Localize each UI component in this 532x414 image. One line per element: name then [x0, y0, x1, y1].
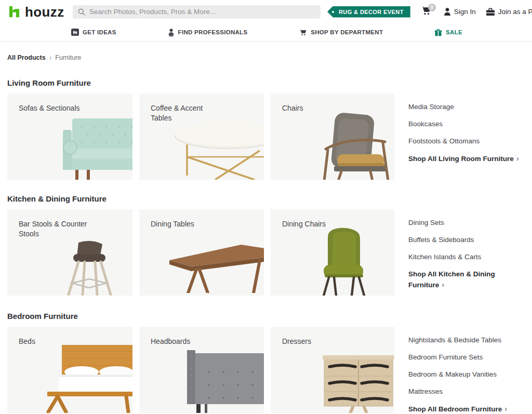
section-bedroom: Bedroom Furniture Beds	[7, 312, 525, 414]
person-icon	[444, 8, 451, 16]
nav-shop-by-department-label: SHOP BY DEPARTMENT	[311, 29, 383, 35]
sofa-image	[55, 118, 132, 180]
section-title: Kitchen & Dining Furniture	[7, 194, 525, 204]
event-badge[interactable]: RUG & DECOR EVENT	[327, 6, 410, 18]
dining-chair-image	[311, 228, 375, 296]
card-title: Chairs	[282, 103, 303, 113]
breadcrumb: All Products › Furniture	[7, 54, 525, 61]
link-bedroom-makeup-vanities[interactable]: Bedroom & Makeup Vanities	[408, 369, 525, 380]
breadcrumb-all-products[interactable]: All Products	[7, 54, 46, 61]
link-nightstands-bedside-tables[interactable]: Nightstands & Bedside Tables	[408, 335, 525, 345]
badge-dot-icon	[332, 11, 334, 13]
bar-stool-image	[61, 241, 119, 296]
card-title: Headboards	[151, 337, 190, 346]
houzz-logo[interactable]: houzz	[7, 5, 65, 19]
nav-sale[interactable]: SALE	[434, 29, 462, 36]
logo-text: houzz	[25, 5, 64, 19]
category-card-sofas-sectionals[interactable]: Sofas & Sectionals	[7, 94, 132, 180]
event-badge-label: RUG & DECOR EVENT	[339, 9, 404, 15]
shop-all-kitchen-dining-link[interactable]: Shop All Kitchen & Dining Furniture›	[408, 269, 525, 290]
link-buffets-sideboards[interactable]: Buffets & Sideboards	[408, 235, 525, 245]
shop-all-bedroom-link[interactable]: Shop All Bedroom Furniture›	[408, 404, 525, 414]
category-card-chairs[interactable]: Chairs	[271, 94, 394, 180]
professional-icon	[168, 29, 175, 36]
section-title: Bedroom Furniture	[7, 312, 525, 321]
category-card-coffee-accent-tables[interactable]: Coffee & Accent Tables	[139, 94, 264, 180]
join-as-pro-button[interactable]: Join as a Pro	[486, 8, 532, 16]
category-card-beds[interactable]: Beds	[7, 327, 132, 413]
cart-icon	[299, 28, 307, 36]
link-bookcases[interactable]: Bookcases	[408, 119, 525, 129]
link-dining-sets[interactable]: Dining Sets	[408, 218, 525, 228]
breadcrumb-furniture: Furniture	[55, 54, 81, 61]
card-title: Coffee & Accent Tables	[151, 103, 222, 123]
link-kitchen-islands-carts[interactable]: Kitchen Islands & Carts	[408, 252, 525, 262]
category-card-headboards[interactable]: Headboards	[139, 327, 264, 413]
cart-count-badge: 0	[428, 4, 436, 11]
shop-all-label: Shop All Bedroom Furniture	[408, 405, 502, 413]
chevron-right-icon: ›	[516, 154, 519, 163]
briefcase-icon	[486, 8, 495, 16]
shop-all-label: Shop All Kitchen & Dining Furniture	[408, 270, 495, 289]
join-as-pro-label: Join as a Pro	[498, 8, 532, 16]
category-card-dressers[interactable]: Dressers	[271, 327, 394, 413]
chevron-right-icon: ›	[442, 280, 444, 289]
card-title: Dressers	[282, 337, 311, 346]
kitchen-dining-links: Dining Sets Buffets & Sideboards Kitchen…	[401, 209, 525, 297]
shop-all-living-room-link[interactable]: Shop All Living Room Furniture›	[408, 153, 525, 164]
coffee-table-image	[171, 122, 264, 180]
houzz-logo-icon	[7, 5, 21, 19]
link-mattresses[interactable]: Mattresses	[408, 386, 525, 397]
shop-all-label: Shop All Living Room Furniture	[408, 155, 514, 163]
link-media-storage[interactable]: Media Storage	[408, 102, 525, 112]
search-icon	[78, 8, 85, 16]
section-living-room: Living Room Furniture Sofas & Sectionals	[7, 78, 525, 180]
main-nav: GET IDEAS FIND PROFESSIONALS SHOP BY DEP…	[0, 23, 532, 42]
section-title: Living Room Furniture	[7, 78, 525, 88]
search-input[interactable]	[73, 5, 321, 19]
dresser-image	[323, 355, 394, 413]
chevron-right-icon: ›	[49, 54, 52, 61]
bedroom-links: Nightstands & Bedside Tables Bedroom Fur…	[401, 327, 525, 414]
headboard-image	[187, 350, 264, 413]
card-title: Sofas & Sectionals	[19, 103, 80, 113]
chevron-right-icon: ›	[504, 404, 507, 413]
category-card-dining-tables[interactable]: Dining Tables	[139, 209, 264, 296]
search-bar	[73, 5, 321, 19]
nav-get-ideas[interactable]: GET IDEAS	[71, 29, 116, 36]
category-page: All Products › Furniture Living Room Fur…	[0, 54, 532, 414]
armchair-image	[316, 113, 394, 180]
sign-in-label: Sign In	[454, 8, 476, 16]
site-header: houzz RUG & DECOR EVENT 0 Sign In Join a…	[0, 0, 532, 23]
sign-in-button[interactable]: Sign In	[444, 8, 476, 16]
gift-icon	[434, 29, 442, 36]
category-card-bar-counter-stools[interactable]: Bar Stools & Counter Stools	[7, 209, 132, 296]
link-footstools-ottomans[interactable]: Footstools & Ottomans	[408, 136, 525, 146]
bed-image	[24, 345, 132, 413]
link-bedroom-furniture-sets[interactable]: Bedroom Furniture Sets	[408, 352, 525, 363]
dining-table-image	[169, 244, 264, 293]
card-title: Dining Tables	[151, 219, 194, 229]
category-card-dining-chairs[interactable]: Dining Chairs	[271, 209, 394, 296]
nav-get-ideas-label: GET IDEAS	[83, 29, 116, 35]
section-kitchen-dining: Kitchen & Dining Furniture Bar Stools & …	[7, 194, 525, 297]
cart-button[interactable]: 0	[420, 5, 434, 19]
card-title: Bar Stools & Counter Stools	[19, 219, 90, 239]
nav-find-professionals-label: FIND PROFESSIONALS	[178, 29, 248, 35]
nav-shop-by-department[interactable]: SHOP BY DEPARTMENT	[299, 28, 383, 36]
ideas-icon	[71, 29, 79, 36]
living-room-links: Media Storage Bookcases Footstools & Ott…	[401, 94, 525, 180]
nav-sale-label: SALE	[446, 29, 462, 35]
nav-find-professionals[interactable]: FIND PROFESSIONALS	[168, 29, 248, 36]
